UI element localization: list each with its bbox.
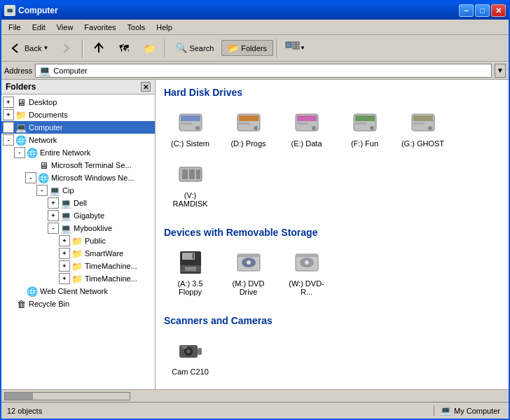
sidebar-tree[interactable]: +🖥Desktop+📁Documents-💻Computer-🌐Network-… xyxy=(1,94,155,389)
expander-documents[interactable]: + xyxy=(3,109,14,120)
menu-favorites[interactable]: Favorites xyxy=(78,22,121,33)
up-button[interactable] xyxy=(87,38,111,58)
sidebar-item-entire-network[interactable]: -🌐Entire Network xyxy=(1,146,155,159)
sidebar-item-computer[interactable]: -💻Computer xyxy=(1,121,155,134)
tree-icon-webclient: 🌐 xyxy=(27,286,38,297)
minimize-button[interactable]: − xyxy=(459,4,474,17)
search-button[interactable]: 🔍 Search xyxy=(170,40,220,56)
expander-dell[interactable]: + xyxy=(48,197,59,209)
expander-empty xyxy=(14,286,25,297)
sidebar-item-documents[interactable]: +📁Documents xyxy=(1,108,155,121)
expander-gigabyte[interactable]: + xyxy=(48,210,59,221)
maximize-button[interactable]: □ xyxy=(475,4,490,17)
folder-button[interactable]: 📁 xyxy=(137,38,161,58)
menu-view[interactable]: View xyxy=(51,22,79,33)
expander-network[interactable]: - xyxy=(3,134,14,146)
drive-icon--W---DVD-R---[interactable]: (W:) DVD-R... xyxy=(280,245,333,300)
svg-rect-18 xyxy=(355,115,375,121)
tree-label-computer: Computer xyxy=(29,123,62,132)
expander-cip[interactable]: - xyxy=(36,185,48,196)
icon-grid: (A:) 3.5 Floppy (M:) DVD Drive (W:) DVD-… xyxy=(156,242,509,308)
expander-smartware[interactable]: + xyxy=(59,248,70,259)
svg-point-46 xyxy=(187,350,190,353)
expander-public[interactable]: + xyxy=(59,235,70,246)
drive-icon--E---Data[interactable]: (E:) Data xyxy=(280,105,333,151)
drive-icon--D---Progs[interactable]: (D:) Progs xyxy=(222,105,275,151)
sidebar-header: Folders ✕ xyxy=(1,80,155,94)
close-button[interactable]: ✕ xyxy=(491,4,506,17)
menu-help[interactable]: Help xyxy=(151,22,178,33)
tree-label-recycle: Recycle Bin xyxy=(29,300,69,308)
tree-label-mybooklive: Mybooklive xyxy=(74,224,112,232)
svg-point-7 xyxy=(195,126,200,130)
back-button[interactable]: Back ▼ xyxy=(4,38,53,58)
window-icon: 💻 xyxy=(4,5,15,16)
sidebar-item-gigabyte[interactable]: +💻Gigabyte xyxy=(1,209,155,222)
drive-icon--G---GHOST[interactable]: (G:) GHOST xyxy=(397,105,449,151)
sidebar-item-recycle[interactable]: 🗑Recycle Bin xyxy=(1,298,155,310)
address-field[interactable]: 💻 Computer xyxy=(35,64,492,78)
forward-button[interactable] xyxy=(55,38,78,58)
tree-icon-documents: 📁 xyxy=(15,109,27,120)
tree-label-webclient: Web Client Network xyxy=(40,287,108,295)
drive-icon--V---RAMDISK[interactable]: (V:) RAMDISK xyxy=(164,157,216,211)
expander-computer[interactable]: - xyxy=(3,122,14,133)
expander-timemachine1[interactable]: + xyxy=(59,260,70,272)
sidebar-item-ms-windows[interactable]: -🌐Microsoft Windows Ne... xyxy=(1,172,155,184)
sidebar-item-timemachine1[interactable]: +📁TimeMachine... xyxy=(1,260,155,272)
menu-edit[interactable]: Edit xyxy=(27,22,51,33)
drive-icon--F---Fun[interactable]: (F:) Fun xyxy=(338,105,391,151)
menu-file[interactable]: File xyxy=(3,22,27,33)
menu-tools[interactable]: Tools xyxy=(122,22,151,33)
drive-label: (D:) Progs xyxy=(230,139,266,148)
sidebar-item-cip[interactable]: -💻Cip xyxy=(1,184,155,197)
expander-desktop[interactable]: + xyxy=(3,97,14,108)
expander-mybooklive[interactable]: - xyxy=(48,223,59,234)
views-dropdown-icon: ▼ xyxy=(300,45,305,51)
svg-rect-22 xyxy=(413,115,433,121)
svg-rect-24 xyxy=(413,122,425,125)
drive-icon-Cam-C210[interactable]: Cam C210 xyxy=(164,333,216,379)
sidebar-close-button[interactable]: ✕ xyxy=(141,82,151,92)
sidebar-item-mybooklive[interactable]: -💻Mybooklive xyxy=(1,222,155,234)
sidebar-item-ms-terminal[interactable]: 🖥Microsoft Terminal Se... xyxy=(1,159,155,172)
drive-image xyxy=(235,108,263,136)
svg-rect-37 xyxy=(237,254,260,257)
drive-image xyxy=(409,108,437,136)
svg-rect-1 xyxy=(293,42,296,45)
expander-entire-network[interactable]: - xyxy=(14,147,25,158)
folders-button[interactable]: 📂 Folders xyxy=(221,40,273,56)
sidebar-item-network[interactable]: -🌐Network xyxy=(1,134,155,146)
sidebar-item-webclient[interactable]: 🌐Web Client Network xyxy=(1,285,155,298)
drive-label: (W:) DVD-R... xyxy=(284,279,329,296)
address-value: Computer xyxy=(53,66,87,75)
sidebar-item-timemachine2[interactable]: +📁TimeMachine... xyxy=(1,272,155,285)
drive-icon--M---DVD-Drive[interactable]: (M:) DVD Drive xyxy=(222,245,275,300)
tree-label-smartware: SmartWare xyxy=(85,249,123,258)
drive-label: (A:) 3.5 Floppy xyxy=(167,279,213,296)
svg-rect-27 xyxy=(189,169,195,179)
tree-icon-mybooklive: 💻 xyxy=(60,223,71,234)
drive-label: (G:) GHOST xyxy=(401,139,444,148)
drive-icon--C---Sistem[interactable]: (C:) Sistem xyxy=(164,105,216,151)
drive-label: (V:) RAMDISK xyxy=(167,191,213,208)
drive-icon--A---3-5-Floppy[interactable]: (A:) 3.5 Floppy xyxy=(164,245,216,300)
expander-timemachine2[interactable]: + xyxy=(59,273,70,284)
sidebar-hscroll[interactable] xyxy=(1,389,509,402)
sidebar-item-dell[interactable]: +💻Dell xyxy=(1,197,155,209)
sidebar-item-public[interactable]: +📁Public xyxy=(1,234,155,247)
address-dropdown[interactable]: ▼ xyxy=(495,64,506,78)
tree-label-dell: Dell xyxy=(74,199,87,207)
sidebar-item-desktop[interactable]: +🖥Desktop xyxy=(1,96,155,108)
svg-point-36 xyxy=(247,260,251,265)
sidebar-item-smartware[interactable]: +📁SmartWare xyxy=(1,247,155,260)
tree-icon-desktop: 🖥 xyxy=(15,97,27,108)
expander-ms-windows[interactable]: - xyxy=(25,172,36,183)
tree-label-desktop: Desktop xyxy=(29,98,57,106)
tree-icon-gigabyte: 💻 xyxy=(60,210,71,221)
folders-icon: 📂 xyxy=(228,43,239,53)
tree-label-public: Public xyxy=(85,237,106,245)
map-button[interactable]: 🗺 xyxy=(112,38,136,58)
status-computer-icon: 💻 xyxy=(440,405,451,416)
views-button[interactable]: ▼ xyxy=(282,38,308,58)
